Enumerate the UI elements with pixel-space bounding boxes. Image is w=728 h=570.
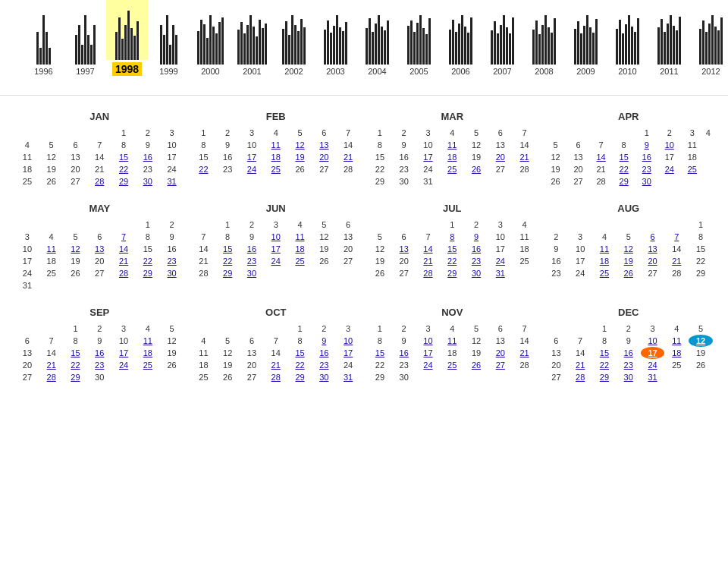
year-col-1998[interactable]: 1998 [106,0,148,76]
year-col-2005[interactable]: 2005 [398,4,440,76]
cal-day[interactable]: 18 [592,255,617,267]
cal-day[interactable]: 29 [613,175,635,187]
cal-day[interactable]: 15 [288,347,312,359]
cal-day[interactable]: 25 [440,163,464,175]
year-col-1999[interactable]: 1999 [148,4,190,76]
cal-day[interactable]: 12 [689,335,713,347]
cal-day[interactable]: 17 [336,347,360,359]
cal-day[interactable]: 31 [336,371,360,383]
cal-day[interactable]: 13 [312,139,336,151]
cal-day[interactable]: 10 [416,335,441,347]
cal-day[interactable]: 25 [264,163,288,175]
cal-day[interactable]: 23 [160,255,184,267]
cal-day[interactable]: 20 [312,151,336,163]
cal-day[interactable]: 15 [111,151,136,163]
cal-day[interactable]: 30 [312,371,336,383]
cal-day[interactable]: 16 [635,151,658,163]
cal-day[interactable]: 21 [416,255,441,267]
year-col-2003[interactable]: 2003 [315,4,356,76]
cal-day[interactable]: 21 [336,151,360,163]
cal-day[interactable]: 31 [641,371,665,383]
cal-day[interactable]: 23 [312,359,336,371]
cal-day[interactable]: 21 [111,255,136,267]
cal-day[interactable]: 29 [440,267,464,279]
cal-day[interactable]: 23 [240,255,264,267]
year-col-2004[interactable]: 2004 [356,4,398,76]
year-col-2009[interactable]: 2009 [565,4,607,76]
cal-day[interactable]: 21 [264,359,288,371]
cal-day[interactable]: 22 [111,163,136,175]
cal-day[interactable]: 15 [215,243,240,255]
cal-day[interactable]: 14 [111,243,136,255]
cal-day[interactable]: 18 [136,347,160,359]
cal-day[interactable]: 16 [240,243,264,255]
cal-day[interactable]: 21 [513,151,537,163]
cal-day[interactable]: 30 [635,175,658,187]
cal-day[interactable]: 30 [617,371,641,383]
cal-day[interactable]: 26 [617,267,641,279]
cal-day[interactable]: 22 [192,163,216,175]
cal-day[interactable]: 25 [440,359,464,371]
cal-day[interactable]: 25 [136,359,160,371]
cal-day[interactable]: 16 [312,347,336,359]
cal-day[interactable]: 21 [568,359,592,371]
cal-day[interactable]: 13 [392,243,416,255]
cal-day[interactable]: 28 [39,371,64,383]
cal-day[interactable]: 17 [416,347,441,359]
cal-day[interactable]: 27 [488,359,513,371]
cal-day[interactable]: 17 [240,151,264,163]
cal-day[interactable]: 14 [416,243,441,255]
cal-day[interactable]: 11 [592,243,617,255]
cal-day[interactable]: 8 [440,231,464,243]
cal-day[interactable]: 16 [464,243,488,255]
cal-day[interactable]: 22 [215,255,240,267]
cal-day[interactable]: 7 [111,231,136,243]
cal-day[interactable]: 15 [64,347,88,359]
cal-day[interactable]: 17 [641,347,665,359]
cal-day[interactable]: 24 [111,359,136,371]
cal-day[interactable]: 12 [288,139,312,151]
cal-day[interactable]: 24 [416,359,441,371]
cal-day[interactable]: 24 [641,359,665,371]
cal-day[interactable]: 21 [664,255,689,267]
cal-day[interactable]: 9 [464,231,488,243]
cal-day[interactable]: 11 [440,139,464,151]
cal-day[interactable]: 21 [513,347,537,359]
cal-day[interactable]: 30 [160,267,184,279]
cal-day[interactable]: 15 [440,243,464,255]
cal-day[interactable]: 20 [488,347,513,359]
cal-day[interactable]: 22 [64,359,88,371]
year-col-2000[interactable]: 2000 [190,4,231,76]
cal-day[interactable]: 29 [136,267,160,279]
year-col-2010[interactable]: 2010 [607,4,648,76]
cal-day[interactable]: 15 [368,347,392,359]
cal-day[interactable]: 31 [488,267,513,279]
cal-day[interactable]: 29 [64,371,88,383]
year-col-2001[interactable]: 2001 [231,4,273,76]
cal-day[interactable]: 29 [111,175,136,187]
cal-day[interactable]: 12 [617,243,641,255]
cal-day[interactable]: 28 [87,175,111,187]
cal-day[interactable]: 23 [635,163,658,175]
cal-day[interactable]: 30 [464,267,488,279]
cal-day[interactable]: 25 [288,255,312,267]
cal-day[interactable]: 11 [440,335,464,347]
cal-day[interactable]: 23 [617,359,641,371]
year-col-1996[interactable]: 1996 [23,4,64,76]
cal-day[interactable]: 22 [613,163,635,175]
year-col-2006[interactable]: 2006 [440,4,482,76]
cal-day[interactable]: 30 [136,175,160,187]
cal-day[interactable]: 18 [288,243,312,255]
cal-day[interactable]: 10 [641,335,665,347]
cal-day[interactable]: 29 [215,267,240,279]
cal-day[interactable]: 22 [592,359,617,371]
year-col-2011[interactable]: 2011 [648,4,690,76]
cal-day[interactable]: 29 [288,371,312,383]
cal-day[interactable]: 13 [87,243,111,255]
cal-day[interactable]: 16 [392,347,416,359]
cal-day[interactable]: 28 [111,267,136,279]
cal-day[interactable]: 22 [136,255,160,267]
cal-day[interactable]: 21 [39,359,64,371]
cal-day[interactable]: 15 [592,347,617,359]
cal-day[interactable]: 10 [336,335,360,347]
